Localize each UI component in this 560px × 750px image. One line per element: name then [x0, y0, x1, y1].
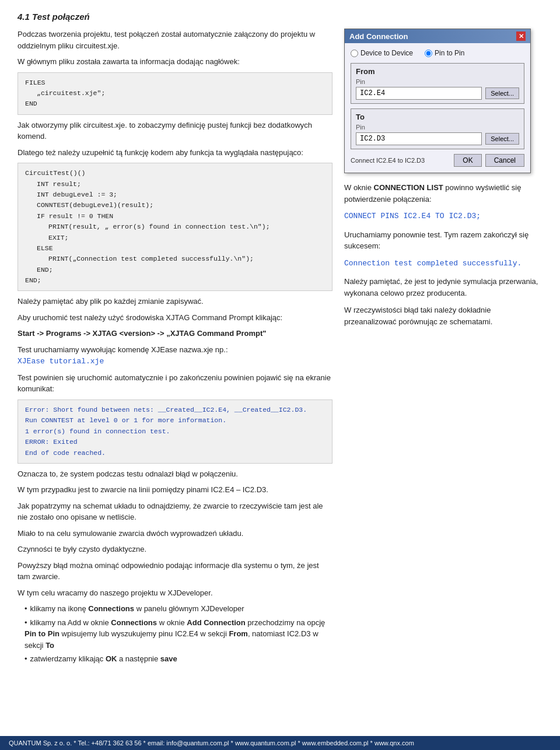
from-label: From	[356, 67, 519, 76]
ok-button[interactable]: OK	[454, 154, 481, 167]
code-block-2: CircuitTest()() INT result; INT debugLev…	[18, 163, 332, 291]
right-para4: W rzeczywistości błąd taki należy dokład…	[344, 304, 542, 327]
para7: Test uruchamiamy wywołując komendę XJEas…	[18, 344, 332, 367]
radio-row: Device to Device Pin to Pin	[351, 49, 524, 57]
footer-bar: QUANTUM Sp. z o. o. * Tel.: +48/71 362 6…	[0, 736, 560, 750]
to-label: To	[356, 113, 519, 121]
code-line: Error: Short found between nets: __Creat…	[25, 405, 325, 415]
para4: Dlatego też należy uzupełnić tą funkcję …	[18, 147, 332, 159]
right-para2: Uruchamiamy ponownie test. Tym razem zak…	[344, 229, 542, 252]
from-pin-row: Select...	[356, 87, 519, 100]
para8: Test powinien się uruchomić automatyczni…	[18, 372, 332, 395]
start-path: Start -> Programs -> XJTAG <version> ->	[18, 329, 164, 338]
code-block-3: Error: Short found between nets: __Creat…	[18, 399, 332, 464]
code-block-1: FILES „circuitest.xje"; END	[18, 72, 332, 115]
bullet3: zatwierdzamy klikając OK a następnie sav…	[24, 653, 332, 665]
dialog-footer-note: Connect IC2.E4 to IC2.D3	[351, 157, 425, 164]
code-line: PRINT(„Connection test completed success…	[48, 254, 325, 264]
code-line: Run CONNTEST at level 0 or 1 for more in…	[25, 415, 325, 426]
connection-list-label: CONNECTION LIST	[374, 183, 443, 192]
device-to-device-label: Device to Device	[360, 49, 413, 57]
from-section: From Pin Select...	[351, 63, 524, 104]
bullet2: klikamy na Add w oknie Connections w okn…	[24, 617, 332, 651]
para3: Jak otworzymy plik circuitest.xje. to zo…	[18, 120, 332, 142]
from-pin-label: Pin	[356, 78, 519, 85]
device-to-device-radio[interactable]	[351, 50, 358, 57]
para5: Należy pamiętać aby plik po każdej zmian…	[18, 296, 332, 307]
code-line: INT debugLevel := 3;	[37, 190, 325, 200]
from-select-button[interactable]: Select...	[485, 87, 519, 99]
dialog-title: Add Connection	[349, 32, 408, 41]
pin-to-pin-label: Pin to Pin	[435, 49, 464, 57]
code-line: INT result;	[37, 179, 325, 190]
para15: W tym celu wracamy do naszego projektu w…	[18, 587, 332, 599]
code-line: END	[25, 99, 325, 109]
para10: W tym przypadku jest to zwarcie na linii…	[18, 484, 332, 496]
to-select-button[interactable]: Select...	[485, 133, 519, 145]
code-line: IF result != 0 THEN	[37, 211, 325, 222]
code-line: END;	[25, 275, 325, 286]
add-connection-dialog: Add Connection ✕ Device to Device Pin to…	[344, 29, 531, 173]
xjtag-cmd-prompt: „XJTAG Command Prompt"	[166, 329, 266, 338]
code-line: 1 error(s) found in connection test.	[25, 426, 325, 437]
content-area: Podczas tworzenia projektu, test połącze…	[18, 29, 542, 667]
code-line: FILES	[25, 78, 325, 88]
para12: Miało to na celu symulowanie zwarcia dwó…	[18, 528, 332, 539]
xjease-command: XJEase tutorial.xje	[18, 357, 104, 366]
code-line: End of code reached.	[25, 448, 325, 458]
to-pin-label: Pin	[356, 124, 519, 131]
para11: Jak popatrzymy na schemat układu to odna…	[18, 500, 332, 523]
device-to-device-option[interactable]: Device to Device	[351, 49, 413, 57]
footer-text: QUANTUM Sp. z o. o. * Tel.: +48/71 362 6…	[9, 740, 414, 747]
ok-cancel-row: OK Cancel	[454, 154, 524, 167]
code-line: END;	[37, 265, 325, 275]
code-line: CONNTEST(debugLevel)(result);	[37, 200, 325, 211]
dialog-close-button[interactable]: ✕	[516, 31, 526, 41]
section-title: 4.1 Test połączeń	[18, 12, 542, 22]
to-pin-row: Select...	[356, 132, 519, 145]
dialog-body: Device to Device Pin to Pin From Pin	[345, 43, 530, 173]
right-para3: Należy pamiętać, że jest to jedynie symu…	[344, 276, 542, 299]
bullet1: klikamy na ikonę Connections w panelu gł…	[24, 603, 332, 615]
connection-success-text: Connection test completed successfully.	[344, 258, 542, 269]
para9: Oznacza to, że system podczas testu odna…	[18, 468, 332, 480]
code-line: ERROR: Exited	[25, 437, 325, 447]
cancel-button[interactable]: Cancel	[485, 154, 524, 167]
dialog-footer-row: Connect IC2.E4 to IC2.D3 OK Cancel	[351, 154, 524, 167]
para6b: Start -> Programs -> XJTAG <version> -> …	[18, 328, 332, 339]
pin-to-pin-option[interactable]: Pin to Pin	[425, 49, 464, 57]
para1: Podczas tworzenia projektu, test połącze…	[18, 29, 332, 51]
pin-to-pin-radio[interactable]	[425, 50, 432, 57]
code-line: CircuitTest()()	[25, 168, 325, 178]
from-pin-input[interactable]	[356, 87, 482, 100]
right-column: Add Connection ✕ Device to Device Pin to…	[344, 29, 542, 667]
code-line: „circuitest.xje";	[37, 88, 325, 99]
code-line: ELSE	[37, 243, 325, 254]
right-para1: W oknie CONNECTION LIST powinno wyświetl…	[344, 182, 542, 205]
para6: Aby uruchomić test należy użyć środowisk…	[18, 312, 332, 324]
to-section: To Pin Select...	[351, 108, 524, 149]
code-line: EXIT;	[48, 233, 325, 243]
dialog-title-bar: Add Connection ✕	[345, 29, 530, 43]
para13: Czynności te były czysto dydaktyczne.	[18, 544, 332, 555]
page-wrapper: 4.1 Test połączeń Podczas tworzenia proj…	[0, 0, 560, 702]
connect-pins-text: CONNECT PINS IC2.E4 TO IC2.D3;	[344, 211, 542, 222]
code-line: PRINT(result, „ error(s) found in connec…	[48, 222, 325, 232]
to-pin-input[interactable]	[356, 132, 482, 145]
para2: W głównym pliku została zawarta ta infor…	[18, 56, 332, 68]
para14: Powyższy błąd można ominąć odpowiednio p…	[18, 560, 332, 583]
left-column: Podczas tworzenia projektu, test połącze…	[18, 29, 332, 667]
